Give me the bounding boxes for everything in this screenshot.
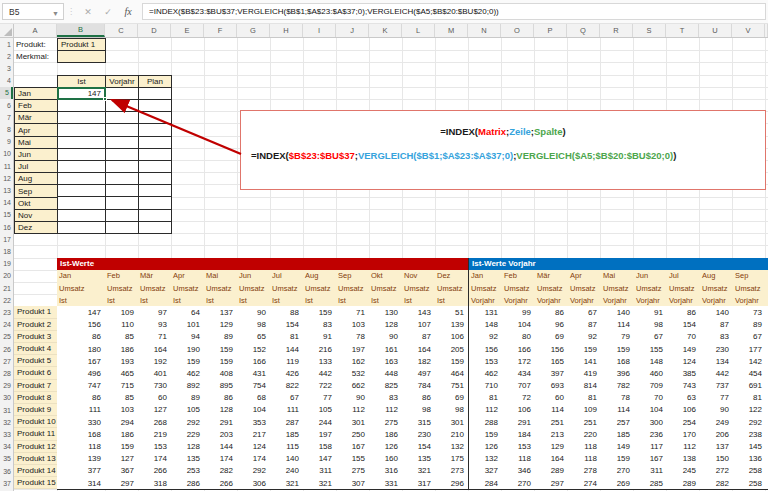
insert-function-icon[interactable]: fx (118, 6, 138, 17)
data-cell[interactable]: 190 (171, 343, 204, 355)
data-cell[interactable]: 289 (667, 477, 700, 489)
data-cell[interactable]: 127 (105, 453, 138, 465)
data-cell[interactable]: 269 (601, 477, 634, 489)
data-cell[interactable]: 137 (700, 440, 733, 452)
data-cell[interactable]: 81 (568, 392, 601, 404)
data-cell[interactable]: 244 (303, 416, 336, 428)
subheader-cell[interactable]: Umsatz (105, 282, 138, 294)
data-cell[interactable]: 93 (138, 319, 171, 331)
data-cell[interactable]: 124 (667, 355, 700, 367)
data-cell[interactable]: 139 (57, 453, 105, 465)
data-cell[interactable]: 90 (700, 404, 733, 416)
month-header-cell[interactable]: Jun (237, 270, 270, 282)
subheader-cell[interactable]: Umsatz (502, 282, 535, 294)
mini-data-cell[interactable] (106, 222, 139, 234)
data-cell[interactable]: 737 (700, 379, 733, 391)
data-cell[interactable]: 321 (402, 465, 435, 477)
data-cell[interactable]: 331 (369, 477, 402, 489)
month-header-cell[interactable]: Jul (667, 270, 700, 282)
mini-data-cell[interactable] (106, 149, 139, 161)
data-cell[interactable]: 315 (402, 416, 435, 428)
mini-data-cell[interactable] (58, 137, 106, 149)
data-cell[interactable]: 109 (105, 306, 138, 318)
mini-month-cell[interactable]: Apr (15, 124, 58, 136)
data-cell[interactable]: 98 (435, 404, 468, 416)
row-header-17[interactable]: 17 (0, 233, 13, 245)
subheader-cell[interactable]: Vorjahr (502, 294, 535, 306)
data-cell[interactable]: 140 (601, 306, 634, 318)
data-cell[interactable]: 166 (502, 343, 535, 355)
data-cell[interactable]: 106 (502, 404, 535, 416)
data-cell[interactable]: 311 (303, 465, 336, 477)
mini-data-cell[interactable] (58, 222, 106, 234)
subheader-cell[interactable]: Ist (303, 294, 336, 306)
data-cell[interactable]: 126 (469, 440, 502, 452)
mini-data-cell[interactable] (139, 210, 172, 222)
data-cell[interactable]: 462 (171, 367, 204, 379)
data-cell[interactable]: 249 (700, 416, 733, 428)
data-cell[interactable]: 87 (568, 319, 601, 331)
data-cell[interactable]: 159 (469, 428, 502, 440)
data-cell[interactable]: 153 (469, 355, 502, 367)
data-cell[interactable]: 251 (568, 416, 601, 428)
subheader-cell[interactable]: Umsatz (601, 282, 634, 294)
mini-month-cell[interactable]: Aug (15, 173, 58, 185)
data-cell[interactable]: 124 (237, 440, 270, 452)
data-cell[interactable]: 104 (634, 404, 667, 416)
data-cell[interactable]: 92 (469, 331, 502, 343)
data-cell[interactable]: 86 (667, 306, 700, 318)
subheader-cell[interactable]: Umsatz (171, 282, 204, 294)
data-cell[interactable]: 182 (402, 355, 435, 367)
data-cell[interactable]: 814 (568, 379, 601, 391)
row-header-35[interactable]: 35 (0, 453, 13, 465)
data-cell[interactable]: 118 (57, 440, 105, 452)
mini-month-cell[interactable]: Nov (15, 210, 58, 222)
data-cell[interactable]: 174 (138, 453, 171, 465)
month-header-cell[interactable]: Mai (204, 270, 237, 282)
data-cell[interactable]: 465 (105, 367, 138, 379)
data-cell[interactable]: 353 (237, 416, 270, 428)
data-cell[interactable]: 154 (270, 319, 303, 331)
row-header-18[interactable]: 18 (0, 245, 13, 257)
data-cell[interactable]: 164 (535, 453, 568, 465)
column-header-H[interactable]: H (270, 24, 303, 37)
data-cell[interactable]: 77 (700, 392, 733, 404)
data-cell[interactable]: 275 (336, 465, 369, 477)
mini-data-cell[interactable] (58, 124, 106, 136)
subheader-cell[interactable]: Umsatz (733, 282, 766, 294)
data-cell[interactable]: 278 (568, 465, 601, 477)
subheader-cell[interactable]: Umsatz (667, 282, 700, 294)
cells-area[interactable]: Produkt: Produkt 1 Merkmal: JanFebMärApr… (14, 38, 768, 491)
data-cell[interactable]: 122 (733, 404, 766, 416)
subheader-cell[interactable]: Ist (237, 294, 270, 306)
column-header-G[interactable]: G (237, 24, 270, 37)
month-header-cell[interactable]: Sep (733, 270, 766, 282)
month-header-cell[interactable]: Nov (402, 270, 435, 282)
row-header-15[interactable]: 15 (0, 209, 13, 221)
data-cell[interactable]: 230 (700, 343, 733, 355)
subheader-cell[interactable]: Vorjahr (667, 294, 700, 306)
product-label[interactable]: Produkt 9 (14, 404, 57, 416)
subheader-cell[interactable]: Vorjahr (601, 294, 634, 306)
data-cell[interactable]: 285 (634, 477, 667, 489)
data-cell[interactable]: 175 (435, 453, 468, 465)
data-cell[interactable]: 284 (469, 477, 502, 489)
data-cell[interactable]: 238 (733, 428, 766, 440)
data-cell[interactable]: 166 (237, 355, 270, 367)
data-cell[interactable]: 754 (237, 379, 270, 391)
product-label[interactable]: Produkt 15 (14, 477, 57, 489)
data-cell[interactable]: 81 (469, 392, 502, 404)
mini-header-cell[interactable]: Plan (139, 76, 172, 88)
data-cell[interactable]: 715 (105, 379, 138, 391)
mini-data-cell[interactable] (106, 124, 139, 136)
data-cell[interactable]: 377 (57, 465, 105, 477)
product-label[interactable]: Produkt 1 (14, 306, 57, 318)
mini-data-cell[interactable] (106, 112, 139, 124)
month-header-cell[interactable]: Jan (469, 270, 502, 282)
product-label[interactable]: Produkt 4 (14, 343, 57, 355)
data-cell[interactable]: 743 (667, 379, 700, 391)
data-cell[interactable]: 291 (204, 416, 237, 428)
data-cell[interactable]: 367 (105, 465, 138, 477)
mini-month-cell[interactable]: Dez (15, 222, 58, 234)
data-cell[interactable]: 291 (502, 416, 535, 428)
